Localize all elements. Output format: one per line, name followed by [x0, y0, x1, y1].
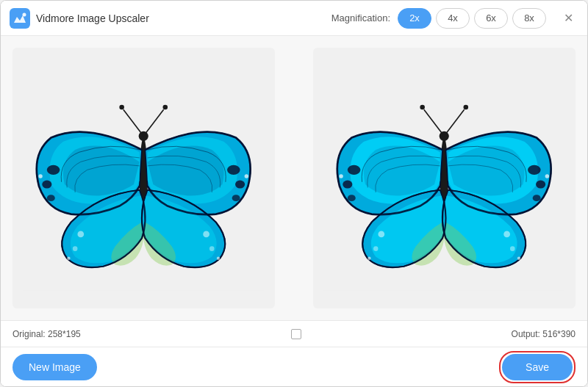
svg-point-9	[47, 165, 60, 175]
output-dimensions: Output: 516*390	[512, 329, 576, 339]
svg-point-29	[464, 105, 469, 110]
save-button[interactable]: Save	[502, 354, 573, 380]
save-button-wrapper: Save	[499, 351, 576, 383]
svg-point-19	[39, 175, 43, 178]
svg-point-32	[348, 195, 356, 201]
info-bar: Original: 258*195 Output: 516*390	[1, 320, 587, 347]
output-image-panel	[313, 48, 576, 308]
svg-point-10	[43, 181, 52, 189]
svg-point-20	[245, 175, 248, 178]
svg-point-16	[73, 247, 78, 252]
svg-point-13	[235, 181, 245, 189]
original-image-panel	[12, 48, 275, 308]
comparison-divider	[287, 48, 301, 308]
footer-bar: New Image Save	[1, 347, 587, 386]
svg-point-17	[204, 231, 210, 238]
svg-point-11	[47, 195, 55, 201]
svg-point-30	[348, 165, 361, 175]
compare-checkbox[interactable]	[291, 329, 301, 339]
mag-4x-button[interactable]: 4x	[436, 8, 470, 29]
svg-point-8	[163, 105, 168, 110]
svg-point-18	[209, 247, 215, 252]
svg-rect-0	[10, 8, 30, 29]
svg-point-15	[78, 231, 85, 238]
new-image-button[interactable]: New Image	[12, 354, 97, 380]
app-logo-icon	[10, 8, 30, 29]
svg-point-38	[504, 231, 511, 238]
svg-point-1	[23, 12, 26, 16]
svg-point-42	[368, 257, 370, 260]
svg-point-14	[232, 195, 240, 201]
svg-point-40	[340, 175, 343, 178]
info-center	[81, 329, 512, 339]
close-button[interactable]: ✕	[558, 8, 578, 29]
original-butterfly-image	[23, 58, 264, 298]
close-icon: ✕	[564, 11, 573, 25]
svg-point-39	[510, 247, 515, 252]
svg-point-43	[517, 257, 520, 260]
svg-point-21	[67, 257, 70, 260]
output-butterfly-image	[323, 58, 564, 298]
title-bar: Vidmore Image Upscaler Magnification: 2x…	[1, 1, 587, 36]
magnification-buttons: 2x 4x 6x 8x	[398, 8, 546, 29]
svg-point-27	[420, 105, 426, 110]
mag-2x-button[interactable]: 2x	[398, 8, 431, 29]
svg-point-37	[373, 247, 379, 252]
mag-8x-button[interactable]: 8x	[512, 8, 546, 29]
svg-point-12	[227, 165, 240, 175]
svg-point-31	[343, 181, 353, 189]
svg-point-36	[379, 231, 385, 238]
app-window: Vidmore Image Upscaler Magnification: 2x…	[0, 0, 588, 387]
original-dimensions: Original: 258*195	[12, 329, 81, 339]
svg-point-41	[545, 175, 549, 178]
magnification-label: Magnification:	[331, 12, 390, 23]
svg-point-35	[533, 195, 541, 201]
svg-point-22	[217, 257, 220, 260]
mag-6x-button[interactable]: 6x	[474, 8, 508, 29]
svg-point-6	[120, 105, 125, 110]
app-title: Vidmore Image Upscaler	[36, 12, 149, 24]
main-content	[1, 36, 587, 320]
svg-point-33	[528, 165, 541, 175]
svg-point-34	[536, 181, 545, 189]
